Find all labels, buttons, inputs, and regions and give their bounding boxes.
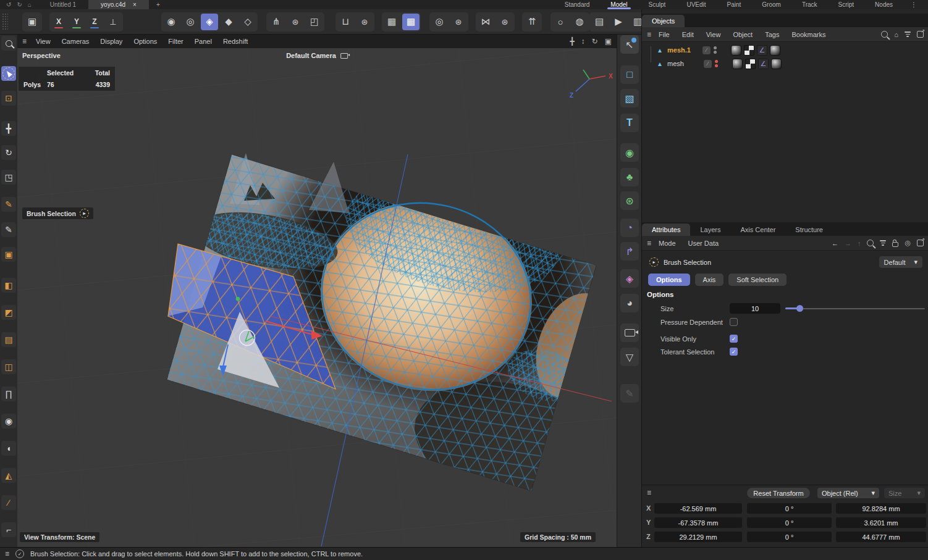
tolerant-selection-checkbox[interactable]: ✓ <box>730 348 738 356</box>
mesh-mode-icon[interactable]: ◆ <box>220 14 237 30</box>
layout-tab-sculpt[interactable]: Sculpt <box>638 0 677 9</box>
search-icon[interactable] <box>867 240 874 246</box>
redo-icon[interactable]: ↻ <box>17 1 22 8</box>
viewport-menu-filter[interactable]: Filter <box>162 38 188 45</box>
visibility-dots[interactable] <box>714 46 717 54</box>
maximize-view-icon[interactable]: ▣ <box>605 37 612 46</box>
extrude-inner-tool[interactable]: ◩ <box>1 305 16 320</box>
solo-locked-icon[interactable]: ◍ <box>571 14 588 30</box>
sketch-pen-tool[interactable]: ✎ <box>1 222 16 237</box>
coord-y-position[interactable]: -67.3578 mm <box>654 517 742 528</box>
modeling-settings-icon[interactable]: ▣ <box>23 14 41 30</box>
objects-hamburger-icon[interactable]: ≡ <box>647 30 651 39</box>
object-name[interactable]: mesh.1 <box>667 46 691 54</box>
pen-tool[interactable]: ✎ <box>1 197 16 212</box>
axis-settings-gear-icon[interactable]: ⊛ <box>287 14 304 30</box>
active-tool-chip[interactable]: Brush Selection ▸ <box>22 207 93 219</box>
attributes-hamburger-icon[interactable]: ≡ <box>647 239 651 248</box>
quantize-grid-icon[interactable]: ▦ <box>402 14 420 30</box>
symmetry-icon[interactable]: ⋈ <box>477 14 494 30</box>
lock-icon[interactable] <box>892 242 898 247</box>
stage-button[interactable]: ▽ <box>620 348 639 366</box>
axis-tab-button[interactable]: Axis <box>695 274 724 286</box>
subdivide-tool[interactable]: ▤ <box>1 332 16 347</box>
swap-icon[interactable]: ⇈ <box>523 14 541 30</box>
coordinate-mode-dropdown[interactable]: Object (Rel) ▾ <box>817 488 879 498</box>
size-input[interactable]: 10 <box>730 303 780 314</box>
axis-z-toggle[interactable]: Z <box>86 14 103 30</box>
layout-tabs-more-icon[interactable]: ⋮ <box>903 0 924 9</box>
instance-button[interactable]: ◈ <box>620 269 639 288</box>
layout-tab-script[interactable]: Script <box>828 0 865 9</box>
rings-settings-gear-icon[interactable]: ⊛ <box>450 14 467 30</box>
volume-builder-button[interactable]: ♣ <box>620 168 639 186</box>
rings-icon[interactable]: ◎ <box>431 14 448 30</box>
dolly-icon[interactable]: ↕ <box>581 37 585 46</box>
objects-menu-file[interactable]: File <box>652 31 676 38</box>
viewport-menu-panel[interactable]: Panel <box>189 38 217 45</box>
solo-off-icon[interactable]: ○ <box>552 14 569 30</box>
search-icon[interactable] <box>881 31 888 38</box>
objects-menu-bookmarks[interactable]: Bookmarks <box>785 31 832 38</box>
material-tag-icon[interactable] <box>771 59 782 69</box>
objects-menu-object[interactable]: Object <box>727 31 759 38</box>
soft-selection-tab-button[interactable]: Soft Selection <box>728 274 787 286</box>
rotate-tool[interactable]: ↻ <box>1 145 16 160</box>
edges-mode-icon[interactable]: ◎ <box>182 14 199 30</box>
layout-tab-nodes[interactable]: Nodes <box>864 0 903 9</box>
coordinate-system-icon[interactable]: ⊥ <box>104 14 122 30</box>
tab-structure[interactable]: Structure <box>785 224 833 236</box>
frame-tool[interactable]: ▣ <box>1 247 16 262</box>
brush-selection-tool[interactable] <box>1 66 16 81</box>
close-tab-icon[interactable]: × <box>133 1 137 8</box>
size-slider-knob[interactable] <box>796 305 803 312</box>
phong-tag-icon[interactable]: ∠ <box>757 45 767 56</box>
text-object-button[interactable]: T <box>620 114 639 132</box>
field-button[interactable]: ↱ <box>620 242 639 261</box>
subdivision-surface-button[interactable]: ◉ <box>620 143 639 162</box>
tab-layers[interactable]: Layers <box>690 224 730 236</box>
layout-tab-groom[interactable]: Groom <box>751 0 791 9</box>
popout-icon[interactable] <box>917 240 924 246</box>
modeling-axis-icon[interactable]: ⋔ <box>268 14 285 30</box>
material-tag-icon[interactable] <box>770 45 780 56</box>
environment-button[interactable]: ◕ <box>620 294 639 312</box>
extrude-tool[interactable]: ◧ <box>1 278 16 293</box>
document-tab-yoyo[interactable]: yoyo.c4d × <box>88 0 149 9</box>
coord-z-position[interactable]: 29.2129 mm <box>654 532 742 542</box>
viewport-menu-redshift[interactable]: Redshift <box>217 38 253 45</box>
points-mode-icon[interactable]: ◉ <box>162 14 180 30</box>
viewport-hamburger-icon[interactable]: ≡ <box>22 37 27 46</box>
coord-z-size[interactable]: 44.6777 mm <box>836 532 926 542</box>
pressure-dependent-checkbox[interactable] <box>730 318 738 326</box>
texture-tag-icon[interactable] <box>744 45 754 56</box>
render-view-icon[interactable]: ▤ <box>591 14 608 30</box>
spline-tools-button[interactable]: □ <box>620 65 639 84</box>
mesh-weight-mode-icon[interactable]: ◇ <box>239 14 256 30</box>
popout-icon[interactable] <box>917 31 924 38</box>
snap-settings-gear-icon[interactable]: ⊛ <box>356 14 373 30</box>
enable-toggle-icon[interactable]: ∕ <box>704 60 712 68</box>
visible-only-checkbox[interactable]: ✓ <box>730 335 738 343</box>
viewport-menu-display[interactable]: Display <box>95 38 128 45</box>
new-document-button[interactable]: + <box>149 0 167 9</box>
toolbar-grip[interactable] <box>2 13 8 30</box>
enable-toggle-icon[interactable]: ∕ <box>702 46 711 54</box>
zoom-tool[interactable] <box>1 36 16 51</box>
attributes-menu-userdata[interactable]: User Data <box>682 240 725 247</box>
reset-transform-button[interactable]: Reset Transform <box>747 488 810 498</box>
axis-modification-tool[interactable]: ↖ <box>620 35 639 54</box>
pan-icon[interactable]: ╋ <box>570 37 574 46</box>
visibility-dots[interactable] <box>715 60 718 67</box>
snap-magnet-icon[interactable]: ⊔ <box>337 14 354 30</box>
material-tag-icon[interactable] <box>731 45 741 56</box>
layout-tab-standard[interactable]: Standard <box>554 0 601 9</box>
objects-menu-view[interactable]: View <box>700 31 727 38</box>
coord-x-size[interactable]: 92.8284 mm <box>836 503 926 514</box>
layout-tab-paint[interactable]: Paint <box>717 0 752 9</box>
viewport-menu-options[interactable]: Options <box>128 38 162 45</box>
knife-tool[interactable]: ∕ <box>1 495 16 510</box>
render-picture-viewer-icon[interactable]: ▶ <box>610 14 627 30</box>
deformer-button[interactable]: ◔ <box>620 219 639 237</box>
status-hamburger-icon[interactable]: ≡ <box>5 550 9 558</box>
